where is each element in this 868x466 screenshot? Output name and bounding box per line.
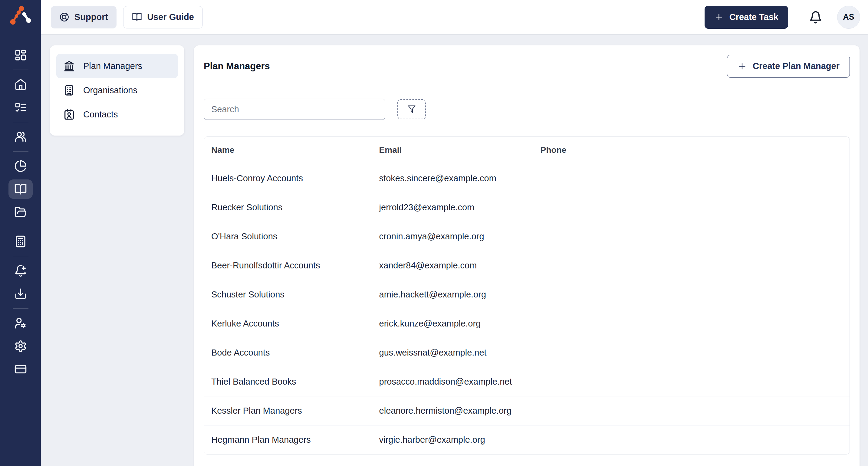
table-row[interactable]: Beer-Runolfsdottir Accounts xander84@exa…	[204, 251, 849, 280]
cell-phone	[533, 222, 849, 251]
secondary-sidebar: Plan Managers Organisations Contacts	[50, 45, 184, 135]
plan-managers-table: Name Email Phone Huels-Conroy Accounts s…	[204, 136, 850, 455]
topbar: Support User Guide Create Task AS	[41, 0, 868, 34]
sidebar-item-downloads[interactable]	[8, 284, 33, 304]
home-icon	[14, 78, 27, 91]
cell-phone	[533, 280, 849, 309]
sidebar-item-plan-managers[interactable]	[8, 180, 33, 199]
sidebar-item-notifications-add[interactable]	[8, 261, 33, 280]
cell-email: jerrold23@example.com	[372, 193, 533, 222]
table-row[interactable]: Thiel Balanced Books prosacco.maddison@e…	[204, 367, 849, 396]
table-row[interactable]: Hegmann Plan Managers virgie.harber@exam…	[204, 425, 849, 454]
cell-name: Thiel Balanced Books	[204, 367, 372, 396]
create-task-button[interactable]: Create Task	[705, 6, 788, 29]
support-button[interactable]: Support	[51, 6, 117, 28]
cell-phone	[533, 164, 849, 193]
user-guide-button[interactable]: User Guide	[123, 6, 203, 28]
logo-molecule-icon	[8, 4, 33, 29]
subnav-label: Contacts	[83, 110, 118, 120]
gear-icon	[14, 340, 27, 352]
table-row[interactable]: Kerluke Accounts erick.kunze@example.org	[204, 309, 849, 338]
table-row[interactable]: Schuster Solutions amie.hackett@example.…	[204, 280, 849, 309]
sidebar-item-calculator[interactable]	[8, 232, 33, 251]
table-header-row: Name Email Phone	[204, 137, 849, 164]
subnav-item-contacts[interactable]: Contacts	[56, 102, 178, 126]
calculator-icon	[14, 235, 27, 248]
nav-divider	[13, 227, 28, 227]
sidebar-item-user-settings[interactable]	[8, 313, 33, 333]
app-logo	[8, 4, 33, 29]
cell-email: eleanore.hermiston@example.org	[372, 396, 533, 425]
cell-name: Hegmann Plan Managers	[204, 425, 372, 454]
plus-icon	[714, 12, 724, 22]
sidebar-item-home[interactable]	[8, 75, 33, 94]
cell-phone	[533, 193, 849, 222]
user-avatar[interactable]: AS	[837, 6, 860, 29]
sidebar-item-dashboard[interactable]	[8, 45, 33, 65]
dashboard-icon	[14, 49, 27, 61]
subnav-item-plan-managers[interactable]: Plan Managers	[56, 54, 178, 78]
cell-phone	[533, 425, 849, 454]
table-row[interactable]: O'Hara Solutions cronin.amya@example.org	[204, 222, 849, 251]
folder-open-icon	[14, 206, 27, 218]
cell-phone	[533, 338, 849, 367]
users-icon	[14, 130, 27, 143]
bell-plus-icon	[14, 265, 27, 277]
content-area: Plan Managers Organisations Contacts Pla…	[41, 34, 868, 466]
task-list-icon	[14, 101, 27, 114]
plus-icon	[737, 61, 747, 71]
column-header-email: Email	[372, 137, 533, 164]
cell-email: xander84@example.com	[372, 251, 533, 280]
create-plan-manager-button[interactable]: Create Plan Manager	[727, 55, 850, 78]
landmark-icon	[63, 60, 75, 72]
user-guide-label: User Guide	[147, 12, 194, 22]
filter-button[interactable]	[397, 99, 426, 119]
life-buoy-icon	[59, 12, 69, 22]
credit-card-icon	[14, 363, 27, 375]
cell-phone	[533, 396, 849, 425]
sidebar-item-people[interactable]	[8, 127, 33, 147]
cell-name: Kessler Plan Managers	[204, 396, 372, 425]
search-input[interactable]	[204, 99, 385, 120]
cell-email: amie.hackett@example.org	[372, 280, 533, 309]
filter-funnel-icon	[407, 104, 417, 114]
column-header-phone: Phone	[533, 137, 849, 164]
cell-email: gus.weissnat@example.net	[372, 338, 533, 367]
table-row[interactable]: Huels-Conroy Accounts stokes.sincere@exa…	[204, 164, 849, 193]
cell-email: stokes.sincere@example.com	[372, 164, 533, 193]
subnav-item-organisations[interactable]: Organisations	[56, 78, 178, 102]
notifications-button[interactable]	[807, 8, 825, 26]
cell-email: prosacco.maddison@example.net	[372, 367, 533, 396]
table-row[interactable]: Kessler Plan Managers eleanore.hermiston…	[204, 396, 849, 425]
subnav-label: Organisations	[83, 85, 137, 95]
table-body: Huels-Conroy Accounts stokes.sincere@exa…	[204, 164, 849, 454]
cell-phone	[533, 309, 849, 338]
sidebar-item-settings[interactable]	[8, 337, 33, 356]
download-icon	[14, 287, 27, 300]
sidebar-item-documents[interactable]	[8, 203, 33, 222]
column-header-name: Name	[204, 137, 372, 164]
nav-divider	[13, 308, 28, 309]
cell-name: Beer-Runolfsdottir Accounts	[204, 251, 372, 280]
table-toolbar	[194, 87, 860, 120]
support-label: Support	[74, 12, 108, 22]
table-row[interactable]: Bode Accounts gus.weissnat@example.net	[204, 338, 849, 367]
cell-email: erick.kunze@example.org	[372, 309, 533, 338]
nav-divider	[13, 151, 28, 152]
avatar-initials: AS	[843, 12, 855, 22]
book-open-icon	[14, 183, 27, 195]
table-row[interactable]: Ruecker Solutions jerrold23@example.com	[204, 193, 849, 222]
cell-name: Ruecker Solutions	[204, 193, 372, 222]
sidebar-item-billing[interactable]	[8, 360, 33, 379]
page-title: Plan Managers	[204, 61, 270, 72]
cell-name: Kerluke Accounts	[204, 309, 372, 338]
contact-card-icon	[63, 108, 75, 120]
create-plan-manager-label: Create Plan Manager	[753, 61, 840, 71]
cell-email: cronin.amya@example.org	[372, 222, 533, 251]
user-cog-icon	[14, 317, 27, 330]
primary-sidebar	[0, 0, 41, 466]
sidebar-item-tasks[interactable]	[8, 98, 33, 117]
cell-name: Bode Accounts	[204, 338, 372, 367]
pie-chart-icon	[14, 160, 27, 173]
sidebar-item-reports[interactable]	[8, 156, 33, 176]
